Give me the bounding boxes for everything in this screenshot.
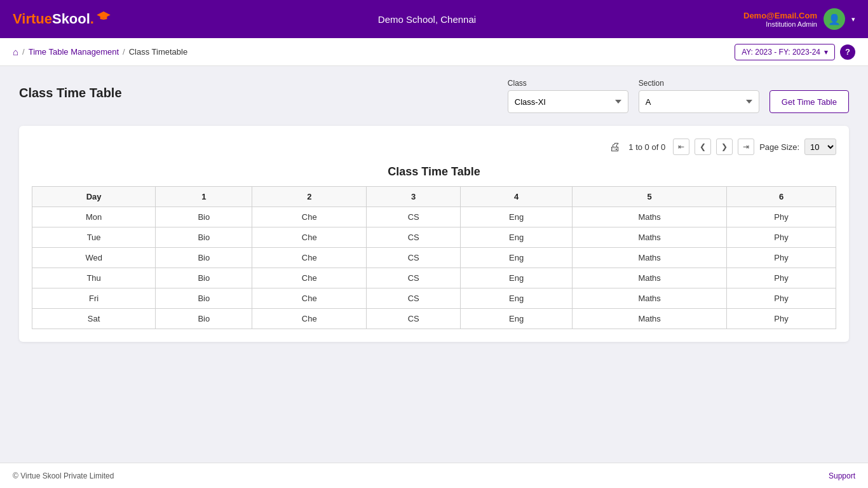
col-day: Day (32, 187, 156, 207)
user-info: Demo@Email.Com Institution Admin (743, 11, 817, 28)
svg-marker-0 (97, 11, 111, 18)
cell-period: Che (252, 268, 367, 288)
last-page-button[interactable]: ⇥ (738, 139, 754, 155)
cell-period: Maths (573, 309, 727, 329)
section-select[interactable]: A B C (639, 90, 759, 113)
ay-selector[interactable]: AY: 2023 - FY: 2023-24 ▾ (735, 44, 835, 60)
header: VirtueSkool. Demo School, Chennai Demo@E… (0, 0, 868, 38)
page-title: Class Time Table (19, 86, 122, 100)
cell-period: Phy (727, 227, 836, 248)
get-timetable-button[interactable]: Get Time Table (770, 90, 849, 113)
cell-period: Che (252, 227, 367, 248)
cell-day: Wed (32, 248, 156, 268)
cell-period: Eng (461, 227, 573, 248)
cell-period: Bio (156, 227, 252, 248)
prev-page-button[interactable]: ❮ (695, 139, 711, 155)
copyright: © Virtue Skool Private Limited (13, 471, 114, 480)
breadcrumb-timetable-mgmt[interactable]: Time Table Management (29, 47, 119, 57)
timetable: Day 1 2 3 4 5 6 MonBioCheCSEngMathsPhyTu… (32, 186, 836, 329)
pagination-row: 🖨 1 to 0 of 0 ⇤ ❮ ❯ ⇥ Page Size: 10 25 5… (32, 139, 836, 155)
cell-period: Eng (461, 207, 573, 227)
ay-label: AY: 2023 - FY: 2023-24 (742, 48, 820, 57)
cell-period: Che (252, 207, 367, 227)
table-card: 🖨 1 to 0 of 0 ⇤ ❮ ❯ ⇥ Page Size: 10 25 5… (19, 126, 849, 342)
cell-period: Bio (156, 309, 252, 329)
col-5: 5 (573, 187, 727, 207)
timetable-heading: Class Time Table (32, 165, 836, 179)
school-name: Demo School, Chennai (378, 14, 476, 25)
cell-period: CS (367, 288, 461, 309)
pagination-info: 1 to 0 of 0 (628, 142, 665, 152)
first-page-button[interactable]: ⇤ (673, 139, 689, 155)
cell-period: CS (367, 207, 461, 227)
cell-period: Phy (727, 309, 836, 329)
cell-period: CS (367, 309, 461, 329)
cell-period: Eng (461, 268, 573, 288)
support-link[interactable]: Support (829, 471, 855, 480)
section-filter-group: Section A B C (639, 79, 759, 113)
logo: VirtueSkool. (13, 11, 111, 27)
table-header-row: Day 1 2 3 4 5 6 (32, 187, 836, 207)
page-size-label: Page Size: (759, 142, 799, 152)
class-label: Class (508, 79, 628, 88)
table-row: MonBioCheCSEngMathsPhy (32, 207, 836, 227)
cell-period: Bio (156, 268, 252, 288)
cell-period: Phy (727, 248, 836, 268)
ay-chevron: ▾ (824, 48, 828, 57)
breadcrumb: ⌂ / Time Table Management / Class Timeta… (13, 46, 187, 57)
cell-day: Sat (32, 309, 156, 329)
cell-period: CS (367, 227, 461, 248)
cell-period: Phy (727, 207, 836, 227)
print-icon[interactable]: 🖨 (609, 140, 621, 154)
col-4: 4 (461, 187, 573, 207)
breadcrumb-bar: ⌂ / Time Table Management / Class Timeta… (0, 38, 868, 66)
cell-period: Eng (461, 309, 573, 329)
table-row: TueBioCheCSEngMathsPhy (32, 227, 836, 248)
header-right: Demo@Email.Com Institution Admin 👤 ▾ (743, 8, 855, 30)
cell-period: CS (367, 248, 461, 268)
chevron-down-icon[interactable]: ▾ (851, 15, 855, 24)
logo-dot: . (90, 11, 94, 27)
cell-period: Phy (727, 268, 836, 288)
cell-period: Maths (573, 288, 727, 309)
next-page-button[interactable]: ❯ (716, 139, 733, 155)
user-role: Institution Admin (743, 20, 817, 28)
graduation-cap-icon (97, 11, 111, 20)
cell-period: Che (252, 288, 367, 309)
table-row: FriBioCheCSEngMathsPhy (32, 288, 836, 309)
table-row: SatBioCheCSEngMathsPhy (32, 309, 836, 329)
col-2: 2 (252, 187, 367, 207)
cell-period: Maths (573, 248, 727, 268)
cell-day: Mon (32, 207, 156, 227)
class-select[interactable]: Class-XI Class-X Class-IX (508, 90, 628, 113)
help-button[interactable]: ? (840, 44, 855, 60)
cell-period: Eng (461, 248, 573, 268)
page-size-select[interactable]: 10 25 50 (804, 139, 836, 155)
cell-day: Fri (32, 288, 156, 309)
breadcrumb-right: AY: 2023 - FY: 2023-24 ▾ ? (735, 44, 855, 60)
home-icon[interactable]: ⌂ (13, 46, 18, 57)
cell-period: Maths (573, 227, 727, 248)
user-email: Demo@Email.Com (743, 11, 817, 20)
cell-period: Eng (461, 288, 573, 309)
col-1: 1 (156, 187, 252, 207)
avatar[interactable]: 👤 (824, 8, 845, 30)
logo-virtue: Virtue (13, 11, 52, 27)
table-row: ThuBioCheCSEngMathsPhy (32, 268, 836, 288)
col-6: 6 (727, 187, 836, 207)
table-row: WedBioCheCSEngMathsPhy (32, 248, 836, 268)
breadcrumb-current: Class Timetable (129, 47, 187, 57)
footer: © Virtue Skool Private Limited Support (0, 463, 868, 488)
breadcrumb-sep-1: / (22, 47, 25, 57)
filter-row: Class Class-XI Class-X Class-IX Section … (508, 79, 849, 113)
main-content: Class Time Table Class Class-XI Class-X … (0, 66, 868, 463)
cell-period: Maths (573, 207, 727, 227)
breadcrumb-sep-2: / (123, 47, 125, 57)
cell-period: Phy (727, 288, 836, 309)
cell-period: CS (367, 268, 461, 288)
section-label: Section (639, 79, 759, 88)
cell-period: Bio (156, 288, 252, 309)
cell-period: Che (252, 309, 367, 329)
cell-period: Che (252, 248, 367, 268)
class-filter-group: Class Class-XI Class-X Class-IX (508, 79, 628, 113)
